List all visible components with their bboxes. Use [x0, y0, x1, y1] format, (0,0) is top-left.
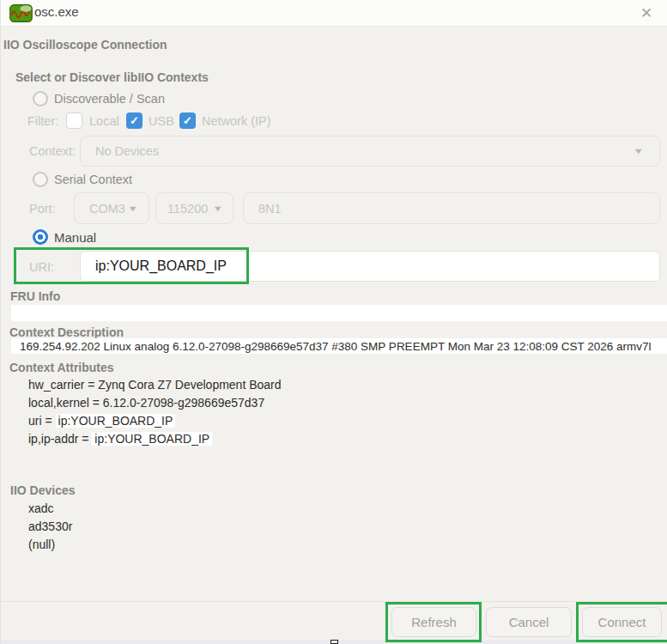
page-title: IIO Oscilloscope Connection [3, 38, 167, 52]
context-attributes-title: Context Attributes [9, 361, 114, 374]
context-attribute-row: ip,ip-addr = ip:YOUR_BOARD_IP [28, 432, 212, 446]
manual-label: Manual [54, 230, 96, 245]
device-item: (null) [28, 538, 55, 551]
context-dropdown[interactable]: No Devices ▼ [80, 136, 660, 167]
filter-network-label: Network (IP) [202, 114, 271, 128]
oscilloscope-app-icon [9, 4, 33, 22]
filter-label: Filter: [27, 114, 58, 128]
connection-dialog: osc.exe ✕ IIO Oscilloscope Connection Se… [0, 0, 667, 644]
attr-value: ip:YOUR_BOARD_IP [92, 432, 212, 446]
baud-dropdown[interactable]: 115200 ▼ [155, 192, 233, 224]
context-label: Context: [29, 144, 76, 158]
filter-usb-label: USB [149, 114, 174, 128]
attr-value: Zynq Cora Z7 Development Board [98, 378, 281, 392]
context-attribute-row: uri = ip:YOUR_BOARD_IP [28, 414, 175, 428]
contexts-section-title: Select or Discover libIIO Contexts [15, 70, 209, 84]
filter-local-checkbox[interactable] [66, 112, 82, 129]
fru-content [11, 305, 667, 321]
fru-section-title: FRU Info [10, 289, 60, 303]
device-item: xadc [28, 501, 54, 515]
context-dropdown-value: No Devices [95, 144, 159, 158]
serial-label: Serial Context [54, 173, 132, 186]
uri-label: URI: [29, 260, 54, 274]
attr-key: hw_carrier [28, 378, 84, 392]
footer-divider [1, 601, 667, 602]
refresh-button[interactable]: Refresh [391, 607, 476, 637]
discoverable-radio[interactable] [33, 91, 48, 106]
attr-eq: = [78, 432, 92, 446]
framing-input-value: 8N1 [258, 202, 282, 216]
manual-radio[interactable] [33, 229, 48, 245]
chevron-down-icon: ▼ [212, 204, 223, 213]
text-caret-artifact [330, 640, 338, 644]
uri-input-value: ip:YOUR_BOARD_IP [95, 258, 227, 274]
chevron-down-icon: ▼ [127, 204, 138, 213]
check-icon: ✓ [183, 114, 192, 127]
attr-value: ip:YOUR_BOARD_IP [56, 414, 176, 428]
attr-key: local,kernel [28, 396, 89, 410]
title-bar: osc.exe ✕ [1, 0, 667, 27]
uri-input[interactable]: ip:YOUR_BOARD_IP [80, 251, 660, 282]
port-dropdown-value: COM3 [89, 202, 125, 216]
attr-key: uri [28, 414, 42, 428]
attr-value: 6.12.0-27098-g298669e57d37 [103, 396, 264, 410]
attr-eq: = [84, 378, 98, 392]
discoverable-label: Discoverable / Scan [54, 92, 165, 106]
filter-network-checkbox[interactable]: ✓ [179, 112, 196, 129]
attr-eq: = [42, 414, 56, 428]
port-dropdown[interactable]: COM3 ▼ [74, 192, 149, 224]
attr-eq: = [89, 396, 103, 410]
device-item: ad3530r [28, 519, 72, 533]
cancel-button[interactable]: Cancel [486, 607, 572, 637]
port-label: Port: [29, 202, 56, 216]
context-description-text: 169.254.92.202 Linux analog 6.12.0-27098… [20, 340, 667, 353]
attr-key: ip,ip-addr [28, 432, 78, 446]
chevron-down-icon: ▼ [633, 147, 644, 156]
close-icon[interactable]: ✕ [635, 3, 658, 24]
context-attribute-row: local,kernel = 6.12.0-27098-g298669e57d3… [28, 396, 264, 410]
filter-local-label: Local [89, 114, 119, 128]
connect-button[interactable]: Connect [582, 607, 662, 637]
framing-input[interactable]: 8N1 [243, 192, 660, 224]
context-attribute-row: hw_carrier = Zynq Cora Z7 Development Bo… [28, 378, 282, 392]
context-description-title: Context Description [9, 325, 124, 339]
check-icon: ✓ [130, 114, 139, 127]
iio-devices-title: IIO Devices [10, 483, 76, 497]
serial-radio[interactable] [33, 172, 48, 187]
baud-dropdown-value: 115200 [167, 202, 208, 216]
filter-usb-checkbox[interactable]: ✓ [126, 112, 142, 129]
window-title: osc.exe [34, 4, 79, 19]
